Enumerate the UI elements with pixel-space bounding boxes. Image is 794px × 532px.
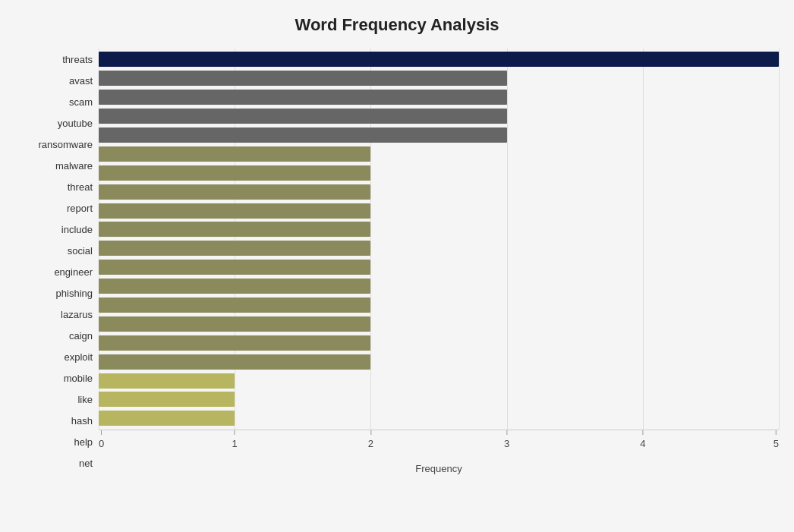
x-tick-label-3: 3	[504, 438, 509, 449]
bar-row-net	[99, 409, 779, 427]
y-label-report: report	[67, 197, 93, 219]
bar-row-phishing	[99, 258, 779, 276]
bar-row-social	[99, 220, 779, 238]
x-tick-1: 1	[232, 430, 238, 449]
bar-row-report	[99, 183, 779, 201]
bar-row-malware	[99, 145, 779, 163]
x-tick-label-5: 5	[774, 438, 779, 449]
y-label-ransomware: ransomware	[38, 134, 93, 155]
y-label-threats: threats	[62, 49, 93, 70]
bar-row-caign	[99, 296, 779, 314]
y-label-mobile: mobile	[64, 368, 93, 389]
y-label-engineer: engineer	[54, 261, 93, 282]
y-label-hash: hash	[71, 411, 93, 432]
chart-title: Word Frequency Analysis	[15, 15, 779, 35]
bar-row-mobile	[99, 334, 779, 352]
y-label-threat: threat	[68, 176, 93, 197]
bar-row-threats	[99, 50, 779, 68]
x-tick-3: 3	[504, 430, 509, 449]
x-tick-line-3	[506, 430, 507, 435]
bars-wrapper	[99, 49, 779, 430]
bar-row-scam	[99, 88, 779, 106]
bar-lazarus	[99, 279, 370, 294]
bar-row-include	[99, 202, 779, 220]
x-tick-label-0: 0	[99, 438, 104, 449]
x-tick-label-4: 4	[640, 438, 645, 449]
chart-area: threatsavastscamyoutuberansomwaremalware…	[15, 49, 779, 474]
bar-like	[99, 354, 370, 370]
y-label-phishing: phishing	[56, 283, 93, 304]
bar-exploit	[99, 316, 370, 332]
bar-threats	[99, 52, 779, 67]
bar-ransomware	[99, 127, 507, 143]
grid-line-5	[779, 49, 780, 430]
y-label-social: social	[68, 240, 93, 261]
x-tick-label-1: 1	[232, 438, 238, 449]
bar-row-threat	[99, 164, 779, 182]
x-tick-5: 5	[774, 430, 779, 449]
x-tick-line-4	[642, 430, 643, 435]
bar-phishing	[99, 260, 370, 275]
bar-row-lazarus	[99, 277, 779, 295]
y-label-help: help	[74, 432, 93, 453]
y-label-caign: caign	[69, 326, 93, 347]
bar-net	[99, 411, 235, 426]
bar-row-ransomware	[99, 126, 779, 144]
x-tick-4: 4	[640, 430, 645, 449]
bar-include	[99, 203, 370, 219]
bar-row-hash	[99, 372, 779, 390]
bar-hash	[99, 373, 235, 389]
y-label-like: like	[77, 389, 93, 411]
bar-youtube	[99, 109, 507, 124]
y-label-youtube: youtube	[58, 112, 93, 134]
bar-row-youtube	[99, 107, 779, 125]
bar-row-like	[99, 353, 779, 371]
bars-list	[99, 49, 779, 430]
bar-row-avast	[99, 69, 779, 87]
y-label-malware: malware	[55, 155, 93, 176]
bar-help	[99, 392, 235, 407]
x-tick-line-0	[101, 430, 102, 435]
y-label-include: include	[61, 219, 93, 240]
y-label-scam: scam	[69, 91, 93, 112]
bar-row-exploit	[99, 315, 779, 333]
x-tick-line-5	[776, 430, 777, 435]
bar-malware	[99, 146, 370, 162]
bar-row-help	[99, 390, 779, 408]
bars-and-xaxis: 012345 Frequency	[99, 49, 779, 474]
y-label-lazarus: lazarus	[61, 304, 93, 326]
bar-row-engineer	[99, 239, 779, 257]
x-tick-2: 2	[368, 430, 373, 449]
bar-engineer	[99, 241, 370, 256]
chart-container: Word Frequency Analysis threatsavastscam…	[0, 0, 794, 532]
x-axis: 012345	[99, 430, 779, 460]
x-tick-line-1	[235, 430, 235, 435]
y-label-avast: avast	[69, 70, 93, 91]
bar-social	[99, 222, 370, 237]
y-labels: threatsavastscamyoutuberansomwaremalware…	[15, 49, 99, 474]
bar-avast	[99, 71, 507, 86]
bar-threat	[99, 165, 370, 181]
bar-mobile	[99, 335, 370, 351]
x-axis-title: Frequency	[99, 463, 779, 474]
bar-scam	[99, 90, 507, 105]
x-tick-label-2: 2	[368, 438, 373, 449]
x-tick-0: 0	[99, 430, 104, 449]
bar-report	[99, 184, 370, 200]
y-label-exploit: exploit	[64, 347, 93, 368]
bar-caign	[99, 297, 370, 313]
x-tick-line-2	[370, 430, 371, 435]
y-label-net: net	[79, 453, 93, 474]
